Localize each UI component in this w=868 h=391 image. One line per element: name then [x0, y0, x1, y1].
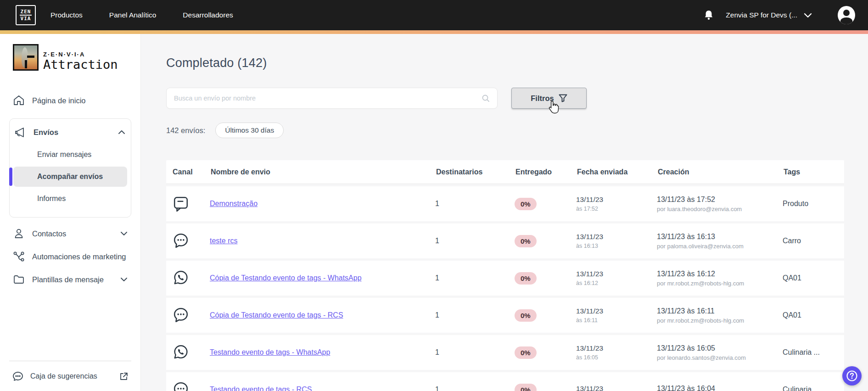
sidebar-item-automaciones[interactable]: Automaciones de marketing [9, 245, 131, 268]
tag-value: Culinaria ... [783, 348, 844, 357]
chevron-down-icon [804, 13, 812, 18]
chat-bubble-dots-icon [12, 370, 24, 382]
rcs-channel-icon [173, 381, 189, 391]
delivered-badge: 0% [515, 235, 537, 247]
sidebar-subitem-acompanar-envios[interactable]: Acompañar envíos [13, 167, 127, 187]
automation-branch-icon [13, 251, 25, 263]
avatar-body-icon [840, 17, 852, 24]
table-row: Cópia de Testando evento de tags - RCS 1… [166, 298, 844, 333]
account-switcher[interactable]: Zenvia SP for Devs (... [726, 11, 812, 19]
user-avatar[interactable] [838, 6, 855, 24]
table-row: Testando evento de tags - RCS 1 0% 13/11… [166, 372, 844, 391]
col-nombre: Nombre de envio [210, 168, 435, 176]
sidebar-subitem-informes[interactable]: Informes [13, 189, 127, 209]
envio-name-link[interactable]: Cópia de Testando evento de tags - RCS [210, 311, 343, 319]
zenvia-logo-text-top: ZEN [21, 9, 31, 14]
whatsapp-channel-icon [173, 270, 189, 286]
table-header: Canal Nombre de envio Destinatarios Entr… [166, 160, 844, 184]
tag-value: Carro [783, 237, 844, 245]
creation-cell: 13/11/23 às 16:05por leonardo.santos@zen… [657, 344, 783, 361]
delivered-badge: 0% [515, 309, 537, 322]
nav-item-desarrolladores[interactable]: Desarrolladores [183, 11, 233, 19]
suggestion-box-link[interactable]: Caja de sugerencias [9, 361, 131, 391]
whatsapp-channel-icon [173, 344, 189, 361]
sidebar-item-envios[interactable]: Envíos [10, 122, 127, 143]
envio-name-link[interactable]: Demonstração [210, 200, 258, 207]
person-icon [13, 228, 25, 240]
creation-cell: 13/11/23 às 16:04 [657, 385, 783, 391]
account-name: Zenvia SP for Devs (... [726, 11, 797, 19]
col-creacion: Creación [657, 168, 783, 176]
attraction-brand: Z·E·N·V·I·A Attraction [13, 44, 131, 71]
envio-name-link[interactable]: teste rcs [210, 237, 237, 245]
sidebar-item-home[interactable]: Página de inicio [9, 89, 131, 112]
creation-cell: 13/11/23 às 16:11por mr.robot.zm@robots-… [657, 307, 783, 324]
search-icon[interactable] [482, 94, 490, 102]
recipients-value: 1 [435, 237, 515, 245]
sent-date-cell: 13/11/23às 16:13 [576, 233, 657, 249]
date-range-chip[interactable]: Últimos 30 días [215, 123, 284, 138]
sidebar-subitem-enviar-mensajes[interactable]: Enviar mensajes [13, 145, 127, 165]
delivered-badge: 0% [515, 198, 537, 210]
recipients-value: 1 [435, 274, 515, 282]
help-button[interactable] [842, 366, 862, 385]
rcs-channel-icon [173, 233, 189, 249]
col-fecha-enviada: Fecha enviada [576, 168, 657, 176]
envio-name-link[interactable]: Testando evento de tags - WhatsApp [210, 348, 330, 356]
envios-table: Canal Nombre de envio Destinatarios Entr… [166, 160, 844, 391]
top-nav-menu: Productos Panel Analítico Desarrolladore… [50, 11, 233, 19]
tag-value: QA01 [783, 274, 844, 282]
filters-button[interactable]: Filtros [511, 88, 587, 109]
sent-date-cell: 13/11/23 [576, 385, 657, 391]
delivered-badge: 0% [515, 384, 537, 391]
sent-date-cell: 13/11/23às 16:12 [576, 270, 657, 286]
table-row: Cópia de Testando evento de tags - Whats… [166, 261, 844, 296]
table-row: teste rcs 1 0% 13/11/23às 16:13 13/11/23… [166, 223, 844, 258]
nav-item-productos[interactable]: Productos [50, 11, 83, 19]
creation-cell: 13/11/23 às 16:12por mr.robot.zm@robots-… [657, 270, 783, 287]
filter-funnel-icon [559, 94, 567, 102]
sidebar: Z·E·N·V·I·A Attraction Página de inicio … [0, 34, 141, 391]
nav-item-panel-analitico[interactable]: Panel Analítico [109, 11, 157, 19]
chevron-down-icon[interactable] [120, 277, 128, 282]
delivered-badge: 0% [515, 272, 537, 285]
question-mark-icon [846, 370, 858, 382]
col-entregado: Entregado [515, 168, 576, 176]
sms-channel-icon [173, 196, 189, 212]
chevron-up-icon[interactable] [118, 130, 125, 134]
top-navbar: ZEN VIA Productos Panel Analítico Desarr… [0, 0, 868, 30]
main-content: Completado (142) Filtros 142 envío [141, 34, 868, 391]
tag-value: Culinaria ... [783, 385, 844, 391]
col-destinatarios: Destinatarios [435, 168, 515, 176]
recipients-value: 1 [435, 385, 515, 391]
tag-value: QA01 [783, 311, 844, 319]
recipients-value: 1 [435, 348, 515, 357]
page-title: Completado (142) [166, 56, 844, 70]
col-tags: Tags [783, 168, 844, 176]
external-link-icon [119, 372, 129, 381]
delivered-badge: 0% [515, 346, 537, 359]
search-input[interactable] [174, 95, 482, 102]
sent-date-cell: 13/11/23às 16:11 [576, 307, 657, 324]
envio-name-link[interactable]: Cópia de Testando evento de tags - Whats… [210, 274, 362, 282]
avatar-head-icon [843, 10, 850, 16]
folder-icon [13, 274, 25, 285]
notifications-bell-icon[interactable] [704, 10, 714, 21]
col-canal: Canal [166, 168, 210, 176]
table-row: Demonstração 1 0% 13/11/23às 17:52 13/11… [166, 186, 844, 221]
rcs-channel-icon [173, 307, 189, 324]
chevron-down-icon[interactable] [120, 231, 128, 236]
envios-count-label: 142 envíos: [166, 126, 205, 135]
sidebar-group-envios: Envíos Enviar mensajes Acompañar envíos … [9, 118, 131, 218]
zenvia-logo-text-bottom: VIA [21, 16, 31, 21]
zenvia-logo-icon[interactable]: ZEN VIA [16, 5, 36, 25]
home-icon [13, 95, 25, 106]
tag-value: Produto [783, 200, 844, 208]
creation-cell: 13/11/23 às 16:13por paloma.oliveira@zen… [657, 233, 783, 250]
envio-name-link[interactable]: Testando evento de tags - RCS [210, 385, 312, 391]
sidebar-item-plantillas[interactable]: Plantillas de mensaje [9, 268, 131, 291]
brand-gradient-strip [0, 30, 868, 34]
attraction-logo-image [13, 44, 39, 71]
creation-cell: 13/11/23 às 17:52por luara.theodoro@zenv… [657, 196, 783, 212]
sidebar-item-contactos[interactable]: Contactos [9, 222, 131, 245]
